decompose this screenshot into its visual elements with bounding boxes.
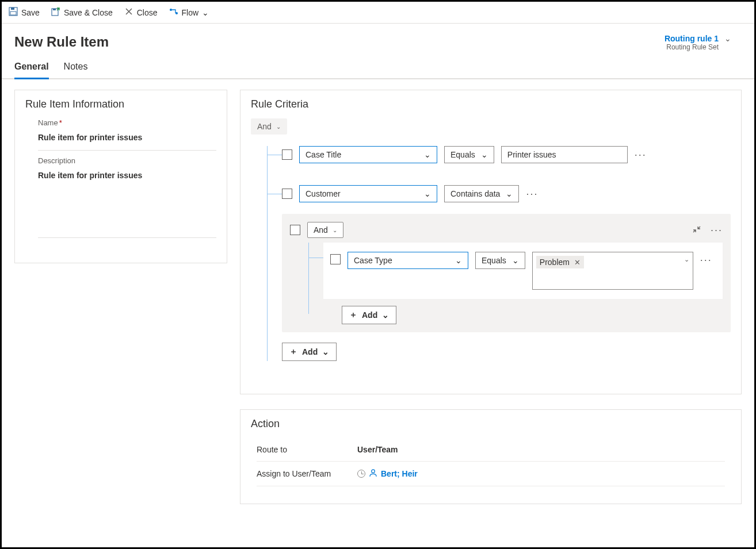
chevron-down-icon[interactable]: ⌄ <box>724 34 731 43</box>
operator-label: Equals <box>482 256 506 265</box>
chevron-down-icon: ⌄ <box>322 347 329 356</box>
person-icon <box>369 469 377 479</box>
tab-notes[interactable]: Notes <box>64 62 88 78</box>
more-icon[interactable]: ··· <box>700 254 712 266</box>
row-checkbox[interactable] <box>282 189 292 199</box>
close-button[interactable]: Close <box>124 7 158 18</box>
row-checkbox[interactable] <box>282 149 292 160</box>
chevron-down-icon: ⌄ <box>506 189 513 198</box>
form-body: Rule Item Information Name Rule item for… <box>2 79 754 515</box>
assign-value-text: Bert; Heir <box>381 469 418 478</box>
add-button[interactable]: ＋ Add ⌄ <box>282 343 337 361</box>
operator-selector[interactable]: Contains data ⌄ <box>444 185 519 202</box>
group-operator[interactable]: And ⌄ <box>307 222 343 238</box>
rule-item-info-section: Rule Item Information Name Rule item for… <box>14 90 227 263</box>
svg-rect-4 <box>53 9 56 10</box>
nested-group: And ⌄ ··· <box>282 214 731 332</box>
close-icon <box>124 7 133 18</box>
collapse-icon[interactable] <box>692 225 701 236</box>
more-icon[interactable]: ··· <box>635 149 647 161</box>
right-column: Rule Criteria And ⌄ Case Title ⌄ <box>240 90 742 504</box>
operator-selector[interactable]: Equals ⌄ <box>475 252 525 269</box>
tab-general[interactable]: General <box>14 62 49 79</box>
command-bar: Save Save & Close Close Flow ⌄ <box>2 2 754 24</box>
add-button[interactable]: ＋ Add ⌄ <box>342 306 396 324</box>
close-label: Close <box>137 8 158 17</box>
group-checkbox[interactable] <box>290 225 300 235</box>
operator-selector[interactable]: Equals ⌄ <box>444 146 494 163</box>
flow-label: Flow <box>182 8 199 17</box>
related-subtitle: Routing Rule Set <box>665 43 719 51</box>
tree-connector <box>308 243 309 314</box>
field-selector[interactable]: Case Type ⌄ <box>348 252 468 269</box>
description-label: Description <box>38 156 216 165</box>
chevron-down-icon: ⌄ <box>481 150 488 159</box>
group-operator-label: And <box>314 225 328 235</box>
field-selector-label: Case Type <box>354 256 392 265</box>
save-close-label: Save & Close <box>64 8 113 17</box>
save-button[interactable]: Save <box>9 7 40 18</box>
lookup-tag-label: Problem <box>540 258 570 267</box>
svg-point-5 <box>170 9 172 11</box>
row-checkbox[interactable] <box>330 254 341 264</box>
description-field[interactable]: Rule item for printer issues <box>38 165 216 186</box>
field-selector[interactable]: Customer ⌄ <box>299 185 437 202</box>
plus-icon: ＋ <box>349 310 357 320</box>
criteria-row: Case Title ⌄ Equals ⌄ Printer issues ··· <box>251 146 731 163</box>
page-title: New Rule Item <box>14 34 109 50</box>
action-section: Action Route to User/Team Assign to User… <box>240 409 742 504</box>
field-selector-label: Case Title <box>306 150 341 159</box>
flow-button[interactable]: Flow ⌄ <box>169 7 209 18</box>
recent-icon <box>357 470 365 478</box>
section-title: Action <box>251 418 731 430</box>
save-close-button[interactable]: Save & Close <box>51 7 113 18</box>
root-operator[interactable]: And ⌄ <box>251 118 287 135</box>
assign-label: Assign to User/Team <box>257 469 357 478</box>
route-to-label: Route to <box>257 445 357 454</box>
route-to-row: Route to User/Team <box>257 438 725 462</box>
svg-rect-1 <box>11 7 14 10</box>
more-icon[interactable]: ··· <box>526 188 538 200</box>
svg-point-7 <box>372 470 375 473</box>
chevron-down-icon: ⌄ <box>424 150 431 159</box>
more-icon[interactable]: ··· <box>711 224 723 236</box>
lookup-value[interactable]: Problem ✕ ⌄ <box>532 252 693 290</box>
assign-value[interactable]: Bert; Heir <box>357 469 418 479</box>
related-link[interactable]: Routing rule 1 <box>665 34 719 43</box>
root-operator-label: And <box>257 122 272 131</box>
related-record: Routing rule 1 Routing Rule Set ⌄ <box>665 34 742 51</box>
value-input[interactable]: Printer issues <box>501 146 628 163</box>
section-title: Rule Criteria <box>251 98 731 110</box>
add-label: Add <box>362 310 377 320</box>
add-label: Add <box>302 347 318 356</box>
chevron-down-icon: ⌄ <box>684 256 689 263</box>
chevron-down-icon: ⌄ <box>455 256 462 265</box>
save-close-icon <box>51 7 60 18</box>
route-to-value[interactable]: User/Team <box>357 445 398 454</box>
chevron-down-icon: ⌄ <box>424 189 431 198</box>
name-field[interactable]: Rule item for printer issues <box>38 127 216 148</box>
remove-tag-icon[interactable]: ✕ <box>574 258 581 267</box>
field-selector[interactable]: Case Title ⌄ <box>299 146 437 163</box>
chevron-down-icon: ⌄ <box>382 310 389 320</box>
assign-row: Assign to User/Team Bert; Heir <box>257 462 725 486</box>
save-icon <box>9 7 18 18</box>
operator-label: Contains data <box>450 189 500 198</box>
chevron-down-icon: ⌄ <box>512 256 519 265</box>
rule-criteria-section: Rule Criteria And ⌄ Case Title ⌄ <box>240 90 742 394</box>
chevron-down-icon: ⌄ <box>202 8 209 17</box>
page-header: New Rule Item Routing rule 1 Routing Rul… <box>2 24 754 51</box>
svg-rect-2 <box>10 11 16 15</box>
criteria-row: Case Type ⌄ Equals ⌄ Problem <box>323 243 723 299</box>
tab-bar: General Notes <box>2 51 754 79</box>
criteria-row: Customer ⌄ Contains data ⌄ ··· <box>251 185 731 202</box>
lookup-tag: Problem ✕ <box>536 256 584 268</box>
criteria-tree: And ⌄ Case Title ⌄ Equals <box>251 118 731 361</box>
operator-label: Equals <box>450 150 475 159</box>
chevron-down-icon: ⌄ <box>276 124 281 130</box>
section-title: Rule Item Information <box>25 98 216 110</box>
field-selector-label: Customer <box>306 189 341 198</box>
plus-icon: ＋ <box>289 347 297 357</box>
name-label: Name <box>38 118 216 127</box>
save-label: Save <box>21 8 40 17</box>
